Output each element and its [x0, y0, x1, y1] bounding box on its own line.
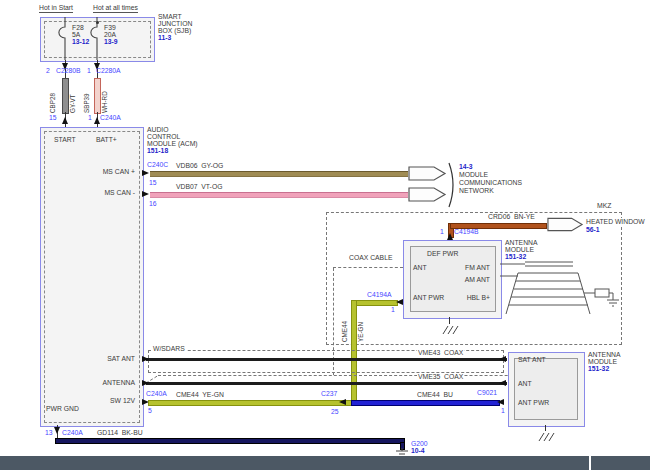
- network-line3: NETWORK: [459, 187, 494, 194]
- mkz-pin-am-ant: AM ANT: [465, 276, 490, 283]
- fuse-f28-ref: 13-12: [72, 38, 89, 45]
- arrow-right-icon: [142, 191, 149, 197]
- mkz-pin-def-pwr: DEF PWR: [427, 250, 458, 257]
- wire-cbp28-circuit: CBP28: [50, 79, 57, 113]
- fuse-f28-icon: [57, 17, 73, 60]
- conn-c240a-sw-name: C240A: [146, 390, 167, 397]
- conn-c2280a-name: C2280A: [96, 67, 121, 74]
- wire-cme44-bu: [351, 400, 500, 406]
- wire-crd06-label: CRD06 BN-YE: [487, 213, 536, 220]
- wire-gd114-label: GD114 BK-BU: [97, 429, 143, 436]
- mkz-tag: MKZ: [596, 202, 612, 209]
- mkz-pin-fm-ant: FM ANT: [465, 264, 490, 271]
- arrow-right-icon: [142, 356, 149, 362]
- wire-gd114-bk-bu: [55, 438, 405, 444]
- acm-pin-sw12v: SW 12V: [110, 397, 135, 404]
- hot-in-start-label: Hot in Start: [39, 4, 73, 13]
- horizontal-scrollbar-track[interactable]: [0, 456, 650, 470]
- acm-pin-ms-can-p: MS CAN +: [103, 168, 135, 175]
- hot-at-all-times-label: Hot at all times: [93, 4, 138, 13]
- conn-c4194b-pin: 1: [440, 228, 444, 235]
- rear-window-antenna-grid-icon: [500, 256, 620, 318]
- heated-window-ref: 56-1: [585, 226, 601, 233]
- ant2-pin-ant-pwr: ANT PWR: [518, 399, 549, 406]
- wire-vme43-label: VME43 COAX: [417, 349, 464, 356]
- network-line1: MODULE: [459, 171, 488, 178]
- junction-dot: [96, 21, 99, 24]
- conn-c237-name: C237: [321, 390, 337, 397]
- acm-conn-pin-start: 15: [49, 114, 57, 121]
- conn-c9021-pin: 1: [501, 407, 505, 414]
- arrow-right-icon: [142, 170, 149, 176]
- arrow-left-icon: [396, 299, 403, 305]
- wire-cme44-bu-label: CME44 BU: [417, 391, 453, 398]
- conn-c240c-pin16: 16: [149, 200, 157, 207]
- arrow-right-icon: [142, 380, 149, 386]
- scrollbar-divider: [589, 456, 591, 470]
- wire-gy-vt: [62, 78, 69, 114]
- acm-conn-name: C240A: [100, 114, 121, 121]
- arrow-down-icon: [54, 427, 60, 434]
- arrow-left-icon: [497, 399, 504, 405]
- conn-c2280b-pin: 2: [46, 67, 50, 74]
- mkz-pin-hbl: HBL B+: [467, 294, 490, 301]
- wire-wh-rd: [94, 78, 101, 114]
- group-brace-icon: [448, 162, 458, 208]
- wire-vme43-coax: [146, 358, 507, 361]
- antenna-module-inner: [514, 358, 578, 420]
- wire-vdb07-vt-og: [150, 192, 408, 198]
- network-line2: COMMUNICATIONS: [459, 179, 522, 186]
- acm-pin-batt: BATT+: [96, 136, 117, 143]
- offpage-arrow-icon: [408, 166, 446, 181]
- vert-wire-color: YE-GN: [358, 308, 365, 342]
- conn-c237-pin: 25: [331, 408, 339, 415]
- arrow-up-icon: [62, 117, 68, 124]
- acm-pin-sat-ant: SAT ANT: [107, 355, 135, 362]
- arrow-left-icon: [499, 356, 506, 362]
- acm-ref: 151-18: [147, 147, 168, 154]
- wire-sbp39-circuit: SBP39: [84, 79, 91, 113]
- wire-vdb06-gy-og: [150, 171, 408, 177]
- conn-c240a-sw-pin: 5: [148, 407, 152, 414]
- wire-cbp28-color: GY-VT: [70, 79, 77, 113]
- wire-sbp39-color: WH-RD: [102, 79, 109, 113]
- offpage-arrow-icon: [547, 217, 583, 232]
- conn-c240c-pin15: 15: [149, 179, 157, 186]
- mkz-pin-ant-pwr: ANT PWR: [413, 294, 444, 301]
- wire-cme44-yegn-label: CME44 YE-GN: [176, 391, 224, 398]
- gnd-conn-name: C240A: [62, 429, 83, 436]
- arrow-left-icon: [339, 399, 346, 405]
- mkz-pin-ant: ANT: [413, 264, 427, 271]
- arrow-up-icon: [94, 117, 100, 124]
- sjb-ref: 11-3: [158, 34, 171, 41]
- arrow-left-icon: [499, 380, 506, 386]
- mkz-ground-stem: [449, 317, 450, 324]
- conn-c4194a-name: C4194A: [367, 291, 392, 298]
- wire-cme44-ye-gn: [148, 400, 353, 406]
- conn-c240c-name: C240C: [147, 161, 168, 168]
- wiring-diagram: Hot in Start Hot at all times F28 5A 13-…: [0, 0, 650, 470]
- wire-vme35-coax: [146, 382, 507, 385]
- offpage-arrow-icon: [408, 187, 446, 202]
- ground-icon: [537, 431, 555, 442]
- vert-wire-circuit: CME44: [342, 308, 349, 342]
- acm-pin-pwr-gnd: PWR GND: [46, 405, 79, 412]
- wire-vme35-label: VME35 COAX: [417, 373, 464, 380]
- conn-c4194b-name: C4194B: [454, 228, 479, 235]
- acm-pin-antenna: ANTENNA: [103, 379, 135, 386]
- gnd-conn-pin: 13: [45, 429, 53, 436]
- conn-c9021-name: C9021: [477, 389, 497, 396]
- sdars-tag: W/SDARS: [152, 345, 186, 352]
- wire-vdb07-label: VDB07 VT-OG: [176, 183, 222, 190]
- network-ref: 14-3: [459, 163, 473, 170]
- ant2-pin-sat-ant: SAT ANT: [518, 356, 546, 363]
- ground-icon: [441, 324, 459, 335]
- coax-cable-dashed-line: [333, 267, 403, 268]
- conn-c2280a-pin: 1: [87, 67, 91, 74]
- heated-window-label: HEATED WINDOW: [585, 218, 646, 225]
- gnd-ref: 10-4: [411, 447, 425, 454]
- acm-pin-start: START: [54, 136, 76, 143]
- ant2-pin-ant: ANT: [518, 380, 532, 387]
- acm-conn-pin-batt: 1: [88, 114, 92, 121]
- wire-vdb06-label: VDB06 GY-OG: [176, 162, 223, 169]
